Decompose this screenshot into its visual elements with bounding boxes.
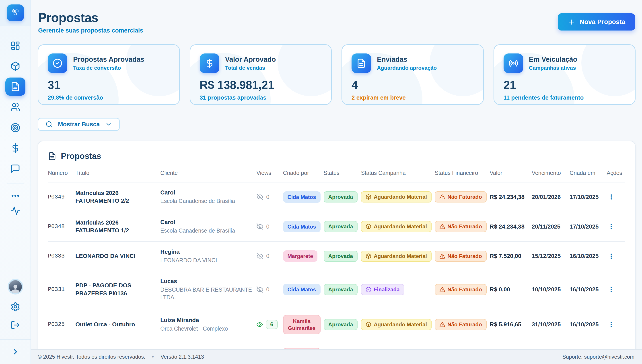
financial-status-badge: Não Faturado xyxy=(435,250,487,262)
user-avatar[interactable] xyxy=(8,279,23,294)
proposal-number: P0349 xyxy=(48,182,75,212)
proposal-number: P0333 xyxy=(48,242,75,271)
dollar-icon xyxy=(200,54,219,73)
sidebar-bottom xyxy=(8,279,23,339)
stat-title: Valor Aprovado xyxy=(225,56,276,64)
client-company: Escola Canadense de Brasília xyxy=(160,197,253,205)
sidebar xyxy=(0,0,31,364)
table-row[interactable]: P0331 PDP - PAGODE DOS PRAZERES PI0136 L… xyxy=(48,271,625,308)
status-badge: Aprovada xyxy=(324,319,358,330)
stat-card-aprovadas[interactable]: Propostas Aprovadas Taxa de conversão 31… xyxy=(38,44,180,105)
eye-off-icon xyxy=(256,252,264,260)
show-search-button[interactable]: Mostrar Busca xyxy=(38,118,120,131)
proposal-title: Matriculas 2026 FATURAMENTO 1/2 xyxy=(75,212,160,242)
footer-separator: • xyxy=(152,354,154,360)
warning-triangle-icon xyxy=(439,194,445,200)
table-header-row: Número Título Cliente Views Criado por S… xyxy=(48,170,625,182)
table-row[interactable]: P0348 Matriculas 2026 FATURAMENTO 1/2 Ca… xyxy=(48,212,625,242)
creator-badge: Cida Matos xyxy=(283,284,321,295)
sidebar-item-finance[interactable] xyxy=(5,139,26,157)
sidebar-item-more[interactable] xyxy=(5,190,26,202)
warning-triangle-icon xyxy=(439,287,445,292)
table-row[interactable]: P0349 Matriculas 2026 FATURAMENTO 2/2 Ca… xyxy=(48,182,625,212)
created-date: 17/10/2025 xyxy=(569,182,606,212)
views-count: 0 xyxy=(266,224,269,230)
sidebar-item-targets[interactable] xyxy=(5,118,26,137)
ellipsis-icon xyxy=(11,191,20,201)
proposal-title: Outlet Orca - Outubro xyxy=(75,308,160,341)
page-header: Propostas Gerencie suas propostas comerc… xyxy=(38,10,635,34)
sidebar-item-packages[interactable] xyxy=(5,57,26,75)
views-count: 0 xyxy=(266,194,269,200)
col-status: Status xyxy=(324,170,361,182)
gear-icon xyxy=(11,302,20,312)
financial-status-badge: Não Faturado xyxy=(435,191,487,202)
creator-badge: Kamila Guimarães xyxy=(283,315,321,334)
views-count: 0 xyxy=(266,286,269,293)
proposal-title: Matriculas 2026 FATURAMENTO 2/2 xyxy=(75,182,160,212)
row-actions-button[interactable] xyxy=(606,192,616,202)
sidebar-item-proposals[interactable] xyxy=(5,78,26,96)
row-actions-button[interactable] xyxy=(606,285,616,294)
financial-status-badge: Não Faturado xyxy=(435,221,487,232)
col-criado-por: Criado por xyxy=(283,170,324,182)
stat-value: 31 xyxy=(48,78,170,92)
page-subtitle: Gerencie suas propostas comerciais xyxy=(38,27,143,34)
main-content: Propostas Gerencie suas propostas comerc… xyxy=(31,0,642,364)
proposal-number: P0348 xyxy=(48,212,75,242)
col-numero: Número xyxy=(48,170,75,182)
table-row[interactable]: P0325 Outlet Orca - Outubro Luiza Mirand… xyxy=(48,308,625,341)
row-actions-button[interactable] xyxy=(606,252,616,261)
table-title: Propostas xyxy=(61,152,101,161)
logout-button[interactable] xyxy=(9,319,22,331)
warning-triangle-icon xyxy=(439,224,445,230)
due-date: 15/12/2025 xyxy=(532,242,569,271)
sidebar-item-activity[interactable] xyxy=(5,204,26,218)
plus-icon xyxy=(567,18,575,26)
chevron-right-icon xyxy=(11,347,20,356)
campaign-status-badge: Aguardando Material xyxy=(361,319,432,330)
col-acoes: Ações xyxy=(606,170,625,182)
stat-card-valor[interactable]: Valor Aprovado Total de vendas R$ 138.98… xyxy=(190,44,332,105)
stat-subtitle: Taxa de conversão xyxy=(73,65,144,71)
col-criada-em: Criada em xyxy=(569,170,606,182)
campaign-status-badge: Aguardando Material xyxy=(361,250,432,262)
row-actions-button[interactable] xyxy=(606,222,616,231)
proposal-value: R$ 24.234,38 xyxy=(490,212,532,242)
app-logo[interactable] xyxy=(7,4,24,22)
row-actions-button[interactable] xyxy=(606,320,616,329)
target-icon xyxy=(11,123,20,132)
package-icon xyxy=(366,322,371,328)
col-vencimento: Vencimento xyxy=(532,170,569,182)
sidebar-item-dashboard[interactable] xyxy=(5,36,26,55)
settings-button[interactable] xyxy=(9,301,22,313)
file-icon xyxy=(352,54,371,73)
broadcast-icon xyxy=(503,54,523,73)
package-icon xyxy=(366,224,371,230)
status-badge: Aprovada xyxy=(324,221,358,232)
col-cliente: Cliente xyxy=(160,170,256,182)
stat-card-veiculacao[interactable]: Em Veiculação Campanhas ativas 21 11 pen… xyxy=(493,44,636,105)
client-name: Lucas xyxy=(160,278,253,285)
sidebar-item-clients[interactable] xyxy=(5,98,26,116)
table-row[interactable]: P0333 LEONARDO DA VINCI Regina LEONARDO … xyxy=(48,242,625,271)
stat-subtitle: Aguardando aprovação xyxy=(377,65,437,71)
dashboard-icon xyxy=(11,41,20,50)
sidebar-collapse-button[interactable] xyxy=(0,339,31,364)
sidebar-divider xyxy=(7,184,24,184)
check-circle-icon xyxy=(366,287,371,292)
new-proposal-button[interactable]: Nova Proposta xyxy=(558,13,635,30)
proposal-value: R$ 24.234,38 xyxy=(490,182,532,212)
sidebar-item-messages[interactable] xyxy=(5,160,26,178)
col-views: Views xyxy=(256,170,283,182)
col-valor: Valor xyxy=(490,170,532,182)
search-icon xyxy=(46,121,53,128)
stat-footer: 29.8% de conversão xyxy=(48,94,170,101)
proposal-title: LEONARDO DA VINCI xyxy=(75,242,160,271)
package-icon xyxy=(366,194,371,200)
created-date: 16/10/2025 xyxy=(569,242,606,271)
creator-badge: Cida Matos xyxy=(283,191,321,203)
eye-off-icon xyxy=(256,286,264,293)
campaign-status-badge: Aguardando Material xyxy=(361,191,432,202)
stat-card-enviadas[interactable]: Enviadas Aguardando aprovação 4 2 expira… xyxy=(342,44,484,105)
